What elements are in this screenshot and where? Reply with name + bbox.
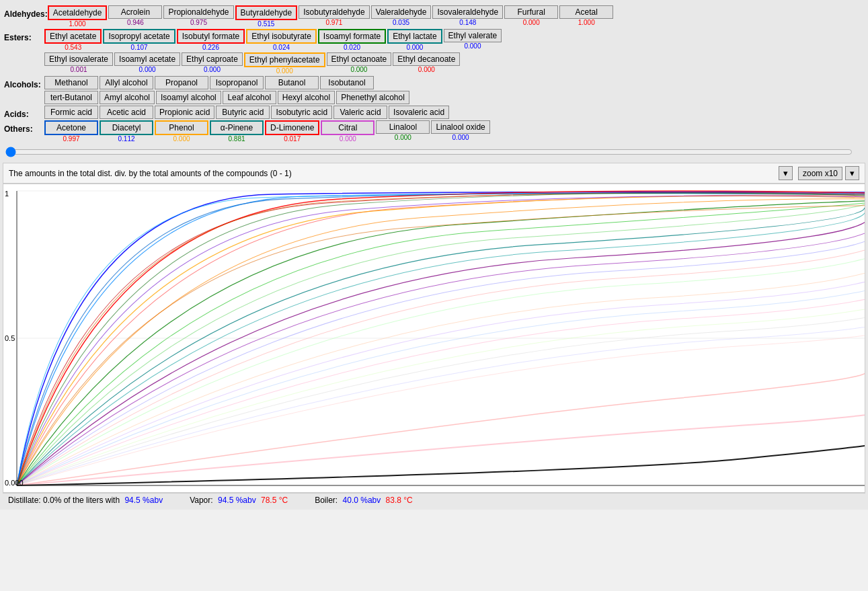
compound-item: Acetal 1.000: [559, 5, 613, 28]
y-label-0: 0.000: [5, 479, 24, 487]
compound-btn-leaf-alcohol[interactable]: Leaf alcohol: [223, 91, 276, 104]
compound-btn-ethyl-caproate[interactable]: Ethyl caproate: [182, 52, 243, 66]
compound-btn-valeric-acid[interactable]: Valeric acid: [333, 106, 387, 119]
compound-btn-isobutyl-formate[interactable]: Isobutyl formate: [177, 29, 245, 44]
compound-btn-isobutyraldehyde[interactable]: Isobutyraldehyde: [299, 5, 369, 19]
compound-btn-hexyl-alcohol[interactable]: Hexyl alcohol: [278, 91, 335, 104]
compound-btn-isoamyl-alcohol[interactable]: Isoamyl alcohol: [156, 91, 221, 104]
compound-btn-diacetyl[interactable]: Diacetyl: [100, 120, 153, 135]
compound-value: 0.226: [202, 44, 219, 51]
compound-btn-furfural[interactable]: Furfural: [504, 5, 558, 19]
chart-svg: [3, 184, 865, 492]
compound-value: 0.000: [452, 134, 469, 141]
description-dropdown[interactable]: ▾: [779, 166, 793, 180]
compound-item: D-Limonene 0.017: [265, 120, 319, 143]
compound-btn-acetal[interactable]: Acetal: [559, 5, 613, 19]
compound-btn-formic-acid[interactable]: Formic acid: [44, 106, 98, 119]
compound-value: 0.997: [63, 135, 79, 143]
compound-btn-propionaldehyde[interactable]: Propionaldehyde: [163, 5, 233, 19]
main-container: Aldehydes: Acetaldehyde 1.000 Acrolein 0…: [0, 0, 868, 510]
compound-item: Leaf alcohol: [223, 91, 276, 104]
compound-btn-acetone[interactable]: Acetone: [44, 120, 98, 135]
compound-item: Formic acid: [44, 106, 98, 119]
compound-btn-butanol[interactable]: Butanol: [265, 76, 319, 89]
compound-btn-isoamyl-acetate[interactable]: Isoamyl acetate: [114, 52, 180, 66]
compound-btn-amyl-alcohol[interactable]: Amyl alcohol: [100, 91, 155, 104]
compound-btn-isopropyl-acetate[interactable]: Isopropyl acetate: [103, 29, 175, 44]
compound-item: Furfural 0.000: [504, 5, 558, 28]
compound-value: 0.035: [393, 19, 409, 26]
compound-btn-acetaldehyde[interactable]: Acetaldehyde: [48, 5, 108, 20]
compound-btn-propanol[interactable]: Propanol: [155, 76, 208, 89]
compound-item: Butanol: [265, 76, 319, 89]
compound-btn-acetic-acid[interactable]: Acetic acid: [100, 106, 153, 119]
compound-item: α-Pinene 0.881: [210, 120, 264, 143]
compound-btn-ethyl-phenylacetate[interactable]: Ethyl phenylacetate: [244, 52, 325, 67]
compound-value: 0.975: [190, 19, 207, 26]
compound-item: Allyl alcohol: [100, 76, 153, 89]
distillate-text: Distillate: 0.0% of the liters with 94.5…: [8, 496, 163, 505]
compound-btn-citral[interactable]: Citral: [321, 120, 374, 135]
compound-btn-linalool[interactable]: Linalool: [376, 120, 430, 134]
compound-value: 0.000: [204, 66, 221, 73]
compound-btn-isobutanol[interactable]: Isobutanol: [320, 76, 374, 89]
compound-value: 0.971: [325, 19, 342, 26]
compound-value: 0.515: [258, 20, 274, 28]
compound-btn-isovaleraldehyde[interactable]: Isovaleraldehyde: [432, 5, 503, 19]
distillate-label: Distillate: 0.0% of the liters with: [8, 496, 120, 505]
zoom-dropdown[interactable]: ▾: [845, 166, 859, 180]
compound-value: 1.000: [578, 19, 595, 26]
alcohols-label: Alcohols:: [4, 76, 44, 89]
y-label-1: 1: [5, 190, 9, 198]
compound-btn-phenol[interactable]: Phenol: [155, 120, 208, 135]
others-label: Others:: [4, 120, 44, 134]
compound-btn-linalool-oxide[interactable]: Linalool oxide: [431, 120, 489, 134]
compound-value: 0.024: [273, 44, 290, 51]
compound-value: 1.000: [69, 20, 86, 28]
compound-btn-tert-butanol[interactable]: tert-Butanol: [44, 91, 98, 104]
esters-label: Esters:: [4, 29, 44, 42]
esters-list1: Ethyl acetate 0.543 Isopropyl acetate 0.…: [44, 29, 864, 51]
compound-btn-methanol[interactable]: Methanol: [44, 76, 98, 89]
alcohols-list2: tert-Butanol Amyl alcohol Isoamyl alcoho…: [44, 91, 864, 104]
compound-item: Phenol 0.000: [155, 120, 208, 143]
compound-item: Propionaldehyde 0.975: [163, 5, 233, 28]
compound-btn-d-limonene[interactable]: D-Limonene: [265, 120, 319, 135]
compound-item: Isobutyraldehyde 0.971: [299, 5, 369, 28]
esters-row2: Ethyl isovalerate 0.001 Isoamyl acetate …: [4, 52, 864, 75]
compound-btn-ethyl-decanoate[interactable]: Ethyl decanoate: [393, 52, 460, 66]
compound-btn-ethyl-lactate[interactable]: Ethyl lactate: [387, 29, 442, 44]
compound-btn-alpha-pinene[interactable]: α-Pinene: [210, 120, 264, 135]
compound-btn-propionic-acid[interactable]: Propionic acid: [155, 106, 214, 119]
compound-value: 0.881: [228, 135, 245, 143]
compound-btn-ethyl-octanoate[interactable]: Ethyl octanoate: [327, 52, 392, 66]
compound-btn-isovaleric-acid[interactable]: Isovaleric acid: [389, 106, 449, 119]
time-slider[interactable]: [5, 147, 853, 157]
compound-value: 0.000: [350, 66, 367, 73]
compound-item: Ethyl octanoate 0.000: [327, 52, 392, 75]
compound-btn-isopropanol[interactable]: Isopropanol: [210, 76, 264, 89]
compound-item: Acrolein 0.946: [108, 5, 162, 28]
compound-btn-acrolein[interactable]: Acrolein: [108, 5, 162, 19]
compound-btn-isobutyric-acid[interactable]: Isobutyric acid: [271, 106, 332, 119]
compound-btn-allyl-alcohol[interactable]: Allyl alcohol: [100, 76, 153, 89]
compound-btn-ethyl-acetate[interactable]: Ethyl acetate: [44, 29, 102, 44]
compound-item: Propionic acid: [155, 106, 214, 119]
boiler-label: Boiler:: [315, 496, 338, 505]
compound-item: Isoamyl formate 0.020: [318, 29, 386, 51]
compound-item: Amyl alcohol: [100, 91, 155, 104]
compound-value: 0.148: [459, 19, 476, 26]
compound-btn-isoamyl-formate[interactable]: Isoamyl formate: [318, 29, 386, 44]
compound-item: Ethyl valerate 0.000: [444, 29, 502, 51]
compound-btn-ethyl-isobutyrate[interactable]: Ethyl isobutyrate: [246, 29, 317, 44]
boiler-temp: 83.8 °C: [386, 496, 413, 505]
compound-btn-butyric-acid[interactable]: Butyric acid: [216, 106, 270, 119]
compound-btn-ethyl-isovalerate[interactable]: Ethyl isovalerate: [44, 52, 113, 66]
compound-btn-butyraldehyde[interactable]: Butyraldehyde: [235, 5, 298, 20]
compound-btn-phenethyl-alcohol[interactable]: Phenethyl alcohol: [336, 91, 409, 104]
compound-btn-ethyl-valerate[interactable]: Ethyl valerate: [444, 29, 502, 42]
compound-btn-valeraldehyde[interactable]: Valeraldehyde: [371, 5, 432, 19]
controls-bar: The amounts in the total dist. div. by t…: [3, 163, 865, 184]
acids-row: Acids: Formic acid Acetic acid Propionic…: [4, 106, 864, 119]
slider-row: [4, 144, 864, 160]
